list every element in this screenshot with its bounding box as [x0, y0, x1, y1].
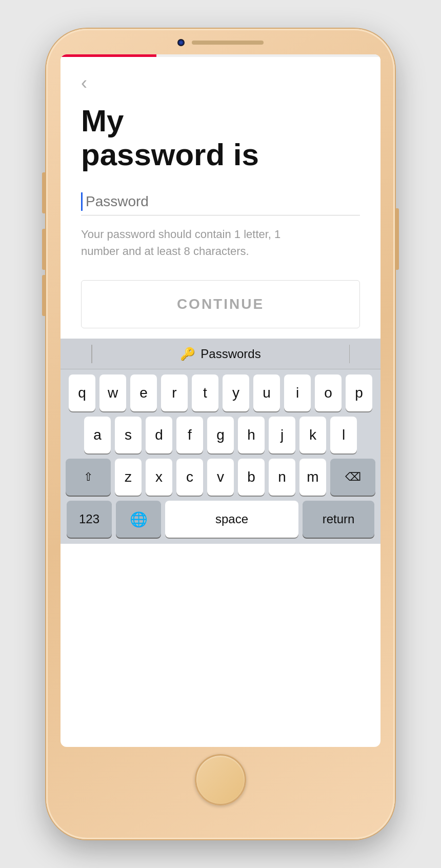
- back-button[interactable]: ‹: [81, 72, 87, 94]
- phone-frame: ‹ My password is Your password should co…: [46, 29, 395, 839]
- key-row-3: ⇧ z x c v b n m ⌫: [64, 459, 377, 496]
- key-b[interactable]: b: [238, 459, 265, 496]
- return-key[interactable]: return: [303, 501, 374, 538]
- key-icon: 🔑: [180, 347, 195, 361]
- app-content: ‹ My password is Your password should co…: [61, 57, 380, 339]
- key-y[interactable]: y: [223, 374, 249, 411]
- keyboard-area: 🔑 Passwords q w e r t y u i: [61, 339, 380, 544]
- delete-key[interactable]: ⌫: [330, 459, 375, 496]
- key-p[interactable]: p: [346, 374, 372, 411]
- key-m[interactable]: m: [299, 459, 326, 496]
- key-w[interactable]: w: [99, 374, 126, 411]
- phone-shell: ‹ My password is Your password should co…: [0, 0, 441, 868]
- screen-wrapper: ‹ My password is Your password should co…: [61, 54, 380, 747]
- keyboard-rows: q w e r t y u i o p a s: [61, 369, 380, 544]
- phone-top: [46, 29, 395, 49]
- space-key[interactable]: space: [165, 501, 298, 538]
- toolbar-divider-right: [349, 345, 350, 363]
- key-q[interactable]: q: [69, 374, 95, 411]
- password-input-area[interactable]: [81, 192, 360, 215]
- globe-key[interactable]: 🌐: [116, 501, 161, 538]
- key-i[interactable]: i: [284, 374, 311, 411]
- key-o[interactable]: o: [315, 374, 342, 411]
- key-d[interactable]: d: [146, 417, 172, 453]
- passwords-label: 🔑 Passwords: [180, 347, 260, 361]
- password-input[interactable]: [86, 193, 360, 210]
- key-j[interactable]: j: [269, 417, 295, 453]
- key-x[interactable]: x: [146, 459, 172, 496]
- page-title: My password is: [81, 104, 360, 172]
- key-t[interactable]: t: [192, 374, 218, 411]
- password-hint: Your password should contain 1 letter, 1…: [81, 226, 286, 260]
- speaker-bar: [192, 41, 264, 45]
- key-s[interactable]: s: [115, 417, 142, 453]
- continue-button[interactable]: CONTINUE: [81, 280, 360, 328]
- shift-key[interactable]: ⇧: [66, 459, 111, 496]
- keyboard-toolbar: 🔑 Passwords: [61, 339, 380, 369]
- toolbar-divider-left: [91, 345, 92, 363]
- cursor-bar: [81, 192, 83, 211]
- num-key[interactable]: 123: [67, 501, 112, 538]
- camera-area: [177, 39, 264, 46]
- phone-bottom: [195, 754, 246, 805]
- key-h[interactable]: h: [238, 417, 265, 453]
- home-button[interactable]: [195, 754, 246, 805]
- key-u[interactable]: u: [253, 374, 280, 411]
- key-g[interactable]: g: [207, 417, 234, 453]
- front-camera-icon: [177, 39, 185, 46]
- key-l[interactable]: l: [330, 417, 357, 453]
- key-k[interactable]: k: [299, 417, 326, 453]
- key-e[interactable]: e: [130, 374, 157, 411]
- passwords-text: Passwords: [201, 347, 260, 361]
- key-z[interactable]: z: [115, 459, 142, 496]
- key-v[interactable]: v: [207, 459, 234, 496]
- key-a[interactable]: a: [84, 417, 111, 453]
- key-row-1: q w e r t y u i o p: [64, 374, 377, 411]
- key-r[interactable]: r: [161, 374, 188, 411]
- key-f[interactable]: f: [176, 417, 203, 453]
- progress-bar-fill: [61, 54, 156, 57]
- progress-bar-container: [61, 54, 380, 57]
- key-row-bottom: 123 🌐 space return: [64, 501, 377, 538]
- key-n[interactable]: n: [269, 459, 295, 496]
- key-row-2: a s d f g h j k l: [64, 417, 377, 453]
- key-c[interactable]: c: [176, 459, 203, 496]
